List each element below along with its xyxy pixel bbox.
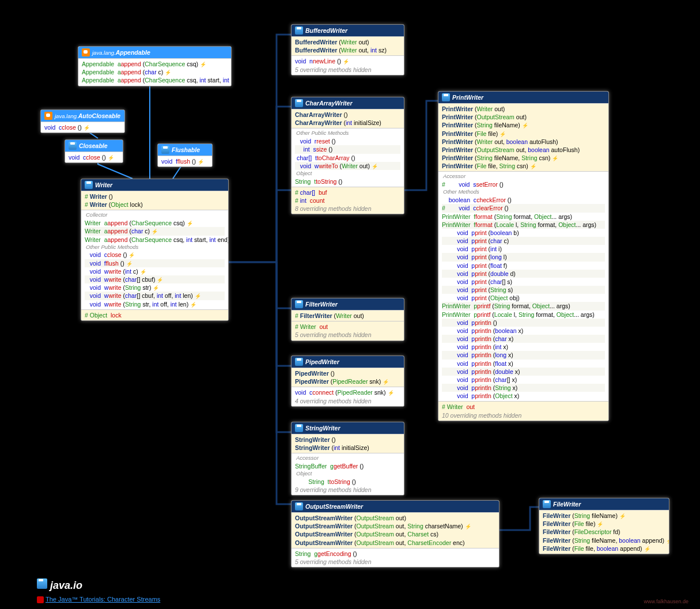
class-name: FilterWriter: [305, 301, 338, 308]
method-row: void wwrite (String str) ⚡: [85, 283, 225, 292]
method-row: void pprint (Object obj): [442, 294, 605, 302]
hidden-note: 5 overriding methods hidden: [295, 66, 400, 74]
class-name: Writer: [95, 181, 112, 188]
method-row: PrintWriter (String fileName) ⚡: [442, 121, 605, 129]
method-row: void wwrite (char[] cbuf, int off, int l…: [85, 292, 225, 300]
pkg-label: java.lang.: [92, 50, 116, 56]
method-row: void fflush () ⚡: [161, 157, 209, 165]
method-row: FileWriter (String fileName) ⚡: [543, 512, 665, 520]
method-row: void cclose () ⚡: [44, 123, 121, 131]
method-row: void pprint (char c): [442, 237, 605, 245]
method-row: CharArrayWriter (): [295, 111, 400, 119]
method-row: void pprintln (float x): [442, 360, 605, 368]
method-row: # int count: [295, 196, 400, 205]
section-label: Other Methods: [442, 188, 605, 196]
class-chararraywriter: CharArrayWriter CharArrayWriter ()CharAr…: [291, 97, 404, 214]
method-row: PrintWriter (Writer out, boolean autoFlu…: [442, 138, 605, 146]
class-name: Flushable: [172, 146, 200, 153]
method-row: String ggetEncoding (): [295, 550, 495, 558]
method-row: StringBuffer ggetBuffer (): [295, 462, 400, 470]
method-row: PipedWriter (): [295, 369, 400, 377]
section-label: Accessor: [295, 455, 400, 462]
method-row: void pprintln (): [442, 319, 605, 327]
method-row: void cconnect (PipedReader snk) ⚡: [295, 388, 400, 396]
disk-icon: [295, 27, 303, 35]
section-label: Other Public Methods: [295, 130, 400, 137]
class-name: FileWriter: [553, 501, 581, 508]
method-row: int ssize (): [295, 145, 400, 153]
method-row: # Writer out: [442, 403, 605, 411]
class-name: Closeable: [79, 142, 108, 149]
method-row: CharArrayWriter (int initialSize): [295, 119, 400, 127]
hidden-note: 10 overriding methods hidden: [442, 411, 605, 419]
method-row: PrintWriter (File file, String csn) ⚡: [442, 162, 605, 170]
method-row: BufferedWriter (Writer out): [295, 38, 400, 46]
class-name: AutoCloseable: [78, 112, 121, 119]
method-row: PipedWriter (PipedReader snk) ⚡: [295, 377, 400, 385]
method-row: Writer aappend (CharSequence csq, int st…: [85, 236, 225, 244]
section-label: Collector: [85, 211, 225, 219]
method-row: Appendable aappend (CharSequence csq) ⚡: [82, 60, 228, 68]
hidden-note: 8 overriding methods hidden: [295, 205, 400, 213]
disk-icon: [295, 300, 303, 308]
section-label: Object: [295, 170, 400, 177]
hidden-note: 4 overriding methods hidden: [295, 397, 400, 405]
disk-icon: [295, 424, 303, 432]
disk-icon: [161, 146, 169, 154]
class-pipedwriter: PipedWriter PipedWriter ()PipedWriter (P…: [291, 355, 404, 407]
disk-icon: [442, 93, 450, 101]
method-row: void pprintln (double x): [442, 368, 605, 376]
method-row: void pprintln (boolean x): [442, 327, 605, 335]
method-row: FileWriter (File file) ⚡: [543, 520, 665, 528]
pkg-label: java.lang.: [55, 113, 78, 119]
method-row: PrintWriter pprintf (String format, Obje…: [442, 302, 605, 310]
method-row: Writer aappend (CharSequence csq) ⚡: [85, 219, 225, 227]
method-row: # Writer (Object lock): [85, 201, 225, 209]
method-row: String ttoString (): [295, 177, 400, 186]
method-row: FileWriter (File file, boolean append) ⚡: [543, 544, 665, 553]
method-row: FileWriter (String fileName, boolean app…: [543, 536, 665, 544]
method-row: # void cclearError (): [442, 204, 605, 212]
method-row: PrintWriter (Writer out): [442, 105, 605, 113]
method-row: PrintWriter (OutputStream out, boolean a…: [442, 146, 605, 154]
method-row: # void ssetError (): [442, 180, 605, 188]
method-row: void wwrite (String str, int off, int le…: [85, 300, 225, 308]
section-label: Accessor: [442, 173, 605, 180]
hidden-note: 5 overriding methods hidden: [295, 331, 400, 339]
interface-appendable: java.lang.Appendable Appendable aappend …: [78, 46, 232, 86]
cup-icon: [82, 48, 90, 56]
interface-autocloseable: java.lang.AutoCloseable void cclose () ⚡: [40, 109, 125, 133]
interface-closeable: Closeable void cclose () ⚡: [65, 139, 123, 163]
method-row: OutputStreamWriter (OutputStream out, Ch…: [295, 530, 495, 538]
method-row: Writer aappend (char c) ⚡: [85, 227, 225, 235]
method-row: String ttoString (): [295, 478, 400, 486]
method-row: void pprintln (int x): [442, 343, 605, 351]
class-bufferedwriter: BufferedWriter BufferedWriter (Writer ou…: [291, 24, 404, 75]
class-outputstreamwriter: OutputStreamWriter OutputStreamWriter (O…: [291, 500, 500, 568]
method-row: # Writer out: [295, 323, 400, 331]
method-row: # Writer (): [85, 192, 225, 201]
disk-icon: [543, 500, 551, 508]
method-row: void nnewLine () ⚡: [295, 57, 400, 65]
class-name: StringWriter: [305, 425, 340, 432]
class-stringwriter: StringWriter StringWriter ()StringWriter…: [291, 422, 404, 495]
method-row: void pprint (String s): [442, 286, 605, 294]
section-label: Object: [295, 470, 400, 478]
method-row: void fflush () ⚡: [85, 259, 225, 267]
disk-icon: [69, 142, 77, 150]
tutorial-link[interactable]: The Java™ Tutorials: Character Streams: [37, 596, 160, 603]
method-row: FileWriter (FileDescriptor fd): [543, 528, 665, 536]
class-filewriter: FileWriter FileWriter (String fileName) …: [539, 498, 669, 554]
class-name: Appendable: [116, 49, 150, 56]
method-row: OutputStreamWriter (OutputStream out): [295, 514, 495, 522]
method-row: void pprint (boolean b): [442, 229, 605, 237]
method-row: PrintWriter (File file) ⚡: [442, 130, 605, 138]
method-row: void rreset (): [295, 137, 400, 145]
method-row: void pprintln (String x): [442, 384, 605, 392]
package-title: java.io: [37, 578, 82, 592]
method-row: StringWriter (int initialSize): [295, 444, 400, 452]
method-row: void pprint (char[] s): [442, 278, 605, 286]
method-row: void wwriteTo (Writer out) ⚡: [295, 162, 400, 170]
method-row: void pprintln (long x): [442, 351, 605, 359]
method-row: PrintWriter pprintf (Locale l, String fo…: [442, 311, 605, 319]
